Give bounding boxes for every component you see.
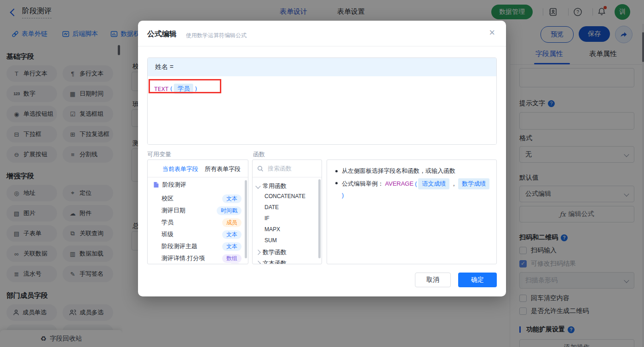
functions-panel: 常用函数 CONCATENATE DATE IF MAPX SUM 数学函数 文…	[252, 159, 322, 264]
annotation-red-box	[149, 79, 221, 93]
tree-root-form[interactable]: 阶段测评	[153, 181, 186, 189]
divider	[138, 46, 506, 46]
cancel-button[interactable]: 取消	[415, 273, 451, 287]
document-icon	[153, 182, 159, 188]
formula-editor-modal: 公式编辑 使用数学运算符编辑公式 × 姓名 = TEXT( 学员 ) 可用变量 …	[138, 21, 506, 296]
formula-target: 姓名 =	[148, 58, 496, 76]
variable-row[interactable]: 测评详情.打分项数组	[161, 252, 242, 264]
field-chip: 数学成绩	[458, 178, 489, 189]
tab-all-form-fields[interactable]: 所有表单字段	[205, 165, 241, 173]
function-item[interactable]: IF	[264, 215, 270, 222]
help-panel: 从左侧面板选择字段名和函数，或输入函数 公式编辑举例：AVERAGE( 语文成绩…	[327, 159, 497, 264]
modal-subtitle: 使用数学运算符编辑公式	[186, 32, 247, 40]
type-tag: 数组	[222, 254, 242, 263]
function-item[interactable]: SUM	[264, 237, 277, 244]
function-group-common[interactable]: 常用函数	[256, 182, 287, 190]
chevron-right-icon	[255, 261, 260, 264]
formula-editor-box: 姓名 = TEXT( 学员 )	[147, 57, 497, 145]
tab-current-form-fields[interactable]: 当前表单字段	[162, 165, 198, 173]
search-icon	[257, 165, 264, 172]
variable-row[interactable]: 阶段测评主题文本	[161, 240, 242, 252]
partial-tag	[229, 263, 242, 264]
help-bullet-2: 公式编辑举例：AVERAGE( 语文成绩 ， 数学成绩 )	[335, 178, 490, 200]
functions-scrollbar-thumb[interactable]	[318, 179, 321, 258]
variable-row[interactable]: 测评日期时间戳	[161, 205, 242, 216]
function-search-input[interactable]	[267, 165, 315, 172]
chevron-down-icon	[255, 183, 260, 188]
variables-label: 可用变量	[147, 150, 171, 159]
help-bullet-1: 从左侧面板选择字段名和函数，或输入函数	[335, 166, 490, 176]
variable-row[interactable]: 学员成员	[161, 216, 242, 228]
function-keyword: AVERAGE	[385, 179, 414, 188]
field-chip: 语文成绩	[418, 178, 449, 189]
variables-panel: 当前表单字段 所有表单字段 阶段测评 校区文本 测评日期时间戳 学员成员 班级文…	[147, 159, 248, 264]
function-item[interactable]: CONCATENATE	[264, 193, 305, 199]
chevron-right-icon	[255, 250, 260, 255]
type-tag: 文本	[222, 242, 242, 251]
modal-title: 公式编辑	[147, 29, 177, 39]
type-tag: 成员	[222, 218, 242, 227]
function-group-math[interactable]: 数学函数	[256, 248, 287, 256]
close-icon[interactable]: ×	[489, 28, 495, 38]
confirm-button[interactable]: 确定	[458, 273, 497, 287]
function-item[interactable]: MAPX	[264, 226, 280, 233]
bullet-icon	[335, 170, 338, 172]
function-group-text[interactable]: 文本函数	[256, 259, 287, 264]
function-search[interactable]	[253, 160, 322, 177]
variable-row[interactable]: 校区文本	[161, 193, 242, 205]
bullet-icon	[335, 182, 338, 184]
type-tag: 文本	[222, 194, 242, 203]
variables-tabs: 当前表单字段 所有表单字段	[148, 160, 248, 177]
variable-row[interactable]: 班级文本	[161, 228, 242, 240]
functions-label: 函数	[253, 150, 265, 159]
type-tag: 文本	[222, 230, 242, 239]
app-window: 阶段测评 表单设计 表单设置 数据管理 ? 训 表单外链 后端脚本 数据权限	[0, 0, 644, 347]
type-tag: 时间戳	[217, 206, 242, 215]
variables-scrollbar-thumb[interactable]	[245, 180, 247, 258]
function-item[interactable]: DATE	[264, 204, 279, 210]
